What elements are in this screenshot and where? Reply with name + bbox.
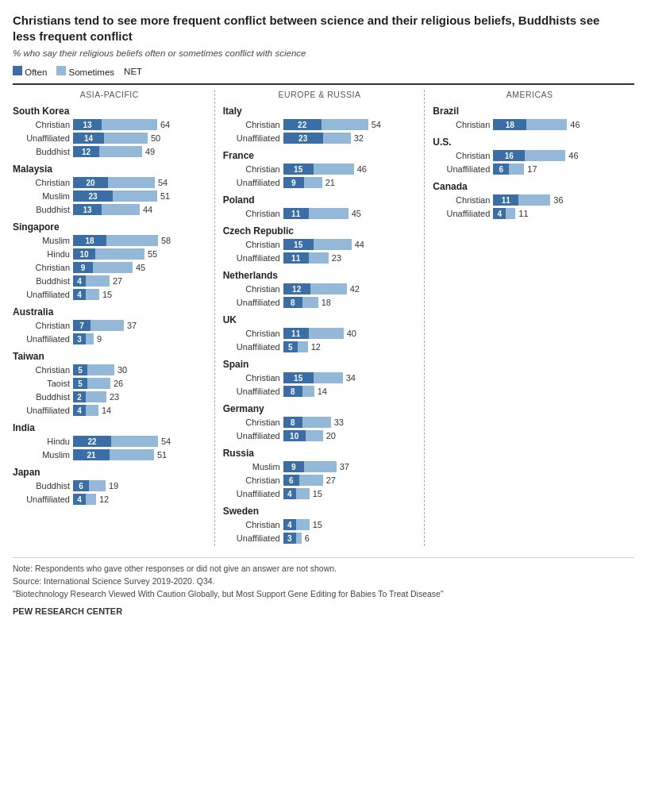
bar-sometimes [506,208,515,219]
bar-container: 2054 [73,177,206,188]
bar-net: 49 [145,147,155,156]
bar-often: 8 [283,417,302,428]
bar-often: 4 [493,208,506,219]
bar-net: 42 [350,284,360,294]
bar-label: Christian [223,164,280,174]
bar-row: Unaffiliated411 [433,208,626,219]
bar-label: Unaffiliated [433,164,490,174]
columns-wrapper: ASIA-PACIFICSouth KoreaChristian1364Unaf… [13,83,634,546]
bar-row: Christian1846 [433,119,626,130]
bar-net: 46 [570,120,580,129]
bar-row: Christian2254 [223,119,417,130]
bar-row: Muslim1858 [13,235,206,246]
bar-container: 526 [73,378,206,389]
region-name: Malaysia [13,164,206,175]
bar-sometimes [306,430,323,441]
bar-container: 39 [73,333,206,344]
bar-container: 1344 [73,204,206,215]
bar-container: 937 [283,461,417,472]
bar-container: 818 [283,297,417,308]
bar-container: 415 [283,519,417,530]
bar-net: 54 [158,178,168,187]
bar-net: 46 [568,151,578,160]
bar-sometimes [93,262,133,273]
bar-sometimes [525,150,565,161]
bar-often: 23 [283,133,323,144]
region-name: Netherlands [223,270,417,281]
bar-often: 12 [73,146,99,157]
bar-container: 945 [73,262,206,273]
bar-label: Christian [223,520,280,529]
bar-often: 9 [283,461,304,472]
bar-net: 45 [352,209,361,218]
bar-net: 58 [161,236,171,245]
bar-label: Unaffiliated [223,489,280,498]
bar-often: 15 [283,164,314,175]
bar-net: 14 [102,406,111,415]
bar-sometimes [314,372,343,383]
bar-container: 223 [73,391,206,402]
bar-net: 9 [97,334,102,344]
bar-sometimes [302,297,318,308]
bar-net: 23 [332,253,341,263]
bar-often: 9 [73,262,93,273]
bar-sometimes [102,119,157,130]
bar-sometimes [89,480,106,491]
legend-sometimes-swatch [56,66,66,75]
bar-container: 1145 [283,208,417,219]
region-name: Poland [223,194,417,206]
region-name: Canada [433,181,626,192]
bar-container: 2351 [73,190,206,202]
bar-often: 4 [73,275,86,287]
bar-often: 22 [283,119,322,130]
pew-logo: PEW RESEARCH CENTER [13,605,634,618]
bar-often: 4 [73,405,86,416]
bar-row: Christian833 [223,417,417,428]
bar-sometimes [302,417,331,428]
bar-net: 32 [354,133,364,143]
bar-row: Buddhist1344 [13,204,206,215]
bar-label: Christian [13,321,70,330]
bar-sometimes [310,283,347,294]
bar-label: Unaffiliated [223,342,280,352]
region-name: UK [223,314,417,325]
bar-sometimes [314,239,352,250]
bar-container: 1140 [283,328,417,339]
bar-often: 5 [73,378,87,389]
note-section: Note: Respondents who gave other respons… [13,557,634,618]
bar-label: Christian [223,240,280,249]
bar-sometimes [86,494,96,505]
note-1: Note: Respondents who gave other respons… [13,563,634,575]
bar-often: 13 [73,204,102,215]
bar-row: Unaffiliated1123 [223,252,417,264]
bar-label: Christian [433,120,490,129]
bar-net: 17 [527,164,537,174]
bar-label: Unaffiliated [223,431,280,441]
bar-often: 11 [493,194,518,206]
bar-sometimes [309,328,344,339]
bar-sometimes [299,475,323,486]
bar-container: 1534 [283,372,417,383]
legend: Often Sometimes NET [13,66,634,77]
legend-sometimes-label: Sometimes [56,66,114,77]
legend-often-swatch [13,66,22,75]
bar-net: 12 [311,342,321,352]
bar-net: 34 [346,373,356,383]
bar-often: 6 [283,475,299,486]
column-2: AMERICASBrazilChristian1846U.S.Christian… [424,90,634,546]
bar-container: 1364 [73,119,206,130]
bar-container: 512 [283,341,417,352]
bar-label: Christian [13,178,70,187]
bar-container: 921 [283,177,417,188]
bar-label: Hindu [13,249,70,259]
bar-often: 11 [283,328,309,339]
bar-often: 3 [73,333,86,344]
bar-net: 19 [109,481,118,491]
bar-sometimes [110,449,154,460]
bar-row: Unaffiliated617 [433,164,626,175]
bar-row: Muslim2351 [13,190,206,202]
bar-container: 414 [73,405,206,416]
bar-container: 427 [73,275,206,287]
bar-often: 16 [493,150,525,161]
bar-net: 21 [325,178,335,187]
